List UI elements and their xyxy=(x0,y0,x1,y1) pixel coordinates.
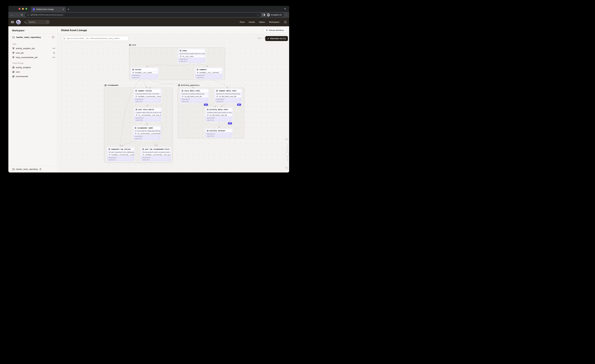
asset-stats: Materialized–Latest Run– xyxy=(180,97,208,103)
minimize-window-button[interactable] xyxy=(22,8,24,10)
materialized-row: Materialized– xyxy=(134,98,161,100)
materialize-all-button[interactable]: ✦ Materialize all (12) xyxy=(265,36,288,41)
jobs-list: activity_analytics_jobcore_jobstory_reco… xyxy=(8,46,57,60)
settings-gear-icon[interactable] xyxy=(284,21,287,23)
materialized-row: Materialized– xyxy=(215,98,241,100)
maximize-window-button[interactable] xyxy=(25,8,27,10)
asset-group-icon xyxy=(129,44,131,46)
asset-node-header: comment_stories xyxy=(134,89,161,92)
table-icon xyxy=(207,109,209,110)
materialized-value: – xyxy=(220,75,221,76)
lineage-edge-stories-to-comment_stories xyxy=(144,79,147,88)
asset-node-activity_forecast[interactable]: activity_forecastMaterialized–Latest Run… xyxy=(205,129,233,137)
url-host: 127.0.0.1 xyxy=(30,14,38,16)
asset-node-comments[interactable]: commentssnowflake__core__commentsMateria… xyxy=(195,68,222,79)
latest-run-value: – xyxy=(132,159,133,161)
job-name: core_job xyxy=(16,52,52,54)
tab-search-chevron-icon[interactable]: ▼ xyxy=(284,8,286,10)
nav-workspace[interactable]: Workspace xyxy=(269,21,279,23)
asset-node-story_daily_stats[interactable]: story_daily_statsSummary of posting acti… xyxy=(180,89,208,103)
latest-run-row: Latest Run– xyxy=(180,100,208,102)
site-info-icon[interactable]: i xyxy=(27,14,29,16)
reload-definitions-button[interactable]: Reload definitions xyxy=(264,28,286,33)
zoom-slider-handle[interactable] xyxy=(286,153,289,155)
table-icon xyxy=(207,130,209,132)
table-icon xyxy=(108,148,110,150)
asset-group-label-core: core xyxy=(129,44,136,46)
close-window-button[interactable] xyxy=(19,8,21,10)
asset-node-stories[interactable]: storiessnowflake__core__storiesMateriali… xyxy=(131,68,158,79)
asset-description: Combined stats about activity on each da… xyxy=(205,111,232,114)
asset-node-items[interactable]: itemsItems from the Hacker News API: eac… xyxy=(178,49,205,63)
sidebar-item-job-story_recommender_job[interactable]: story_recommender_job xyxy=(8,55,57,60)
search-placeholder: Search... xyxy=(29,21,45,23)
nav-runs[interactable]: Runs xyxy=(240,21,245,23)
sidebar-item-asset-group-activity_analytics[interactable]: activity_analytics xyxy=(8,65,57,70)
asset-graph-icon xyxy=(63,37,65,40)
op-key-icon xyxy=(197,72,199,73)
op-key-text: run_dbt_hacker_news_dbt xyxy=(184,96,202,97)
materialized-value: – xyxy=(239,98,240,100)
sidebar-item-asset-group-core[interactable]: core xyxy=(8,70,57,74)
lineage-edge-stories-to-story_daily_stats xyxy=(148,79,194,88)
global-search-input[interactable]: Search... / xyxy=(23,20,50,24)
op-key-icon xyxy=(135,96,137,97)
asset-subset-input[interactable]: Type an asset subset... (ex: s3/recommen… xyxy=(61,36,129,41)
dagster-logo-icon[interactable] xyxy=(16,20,21,24)
materialized-value: – xyxy=(159,98,160,100)
table-icon xyxy=(135,127,136,129)
tab-close-icon[interactable]: ✕ xyxy=(63,8,64,10)
materialized-row: Materialized– xyxy=(133,135,160,137)
forward-button[interactable]: → xyxy=(15,14,19,16)
op-key-icon xyxy=(142,154,144,155)
asset-node-recommender_model[interactable]: recommender_modelAn SVD model for collab… xyxy=(133,126,161,140)
op-key-text: snowflake__core__stories xyxy=(135,72,152,73)
asset-node-component_top_stories[interactable]: component_top_storiesFor each component … xyxy=(107,147,134,161)
latest-run-row: Latest Run– xyxy=(215,100,241,102)
incognito-icon xyxy=(267,14,270,16)
sidebar-repo-row[interactable]: hacker_news_repository 6 xyxy=(8,34,57,41)
window-controls xyxy=(19,8,27,10)
side-panel-icon[interactable] xyxy=(262,14,265,16)
asset-op-key: snowflake__core__comments xyxy=(195,71,222,74)
bookmark-star-icon[interactable]: ☆ xyxy=(257,14,259,16)
latest-run-value: – xyxy=(206,101,207,102)
nav-assets[interactable]: Assets xyxy=(249,21,255,23)
browser-tab[interactable]: Global Asset Lineage ✕ xyxy=(31,7,66,12)
reload-repo-icon[interactable] xyxy=(39,168,42,170)
sidebar-item-job-activity_analytics_job[interactable]: activity_analytics_job xyxy=(8,46,57,51)
reload-page-button[interactable]: ⟳ xyxy=(20,14,24,16)
address-bar[interactable]: i 127.0.0.1:3000/instance/asset-groups/ … xyxy=(25,13,261,17)
asset-description: Items from the Hacker News API: each is … xyxy=(178,52,205,55)
search-shortcut-key: / xyxy=(46,21,49,23)
menu-hamburger-icon[interactable] xyxy=(11,21,14,23)
materialized-value: – xyxy=(206,98,207,100)
sidebar-item-asset-group-recommender[interactable]: recommender xyxy=(8,74,57,79)
asset-node-user_story_matrix[interactable]: user_story_matrixA sparse matrix where t… xyxy=(134,108,161,122)
asset-name: recommender_model xyxy=(137,127,153,129)
new-tab-button[interactable]: + xyxy=(68,7,69,11)
asset-group-label-recommender: recommender xyxy=(105,84,119,86)
zoom-in-icon[interactable] xyxy=(285,138,288,142)
browser-toolbar: ← → ⟳ i 127.0.0.1:3000/instance/asset-gr… xyxy=(8,12,289,18)
lineage-canvas[interactable]: coreitemsItems from the Hacker News API:… xyxy=(58,34,289,172)
back-button[interactable]: ← xyxy=(10,14,14,16)
sidebar-item-job-core_job[interactable]: core_job xyxy=(8,51,57,55)
latest-run-value: – xyxy=(158,138,159,139)
asset-node-user_top_recommended_stories[interactable]: user_top_recommended_storiesThe top stor… xyxy=(141,147,171,161)
asset-node-comment_daily_stats[interactable]: comment_daily_statsSummary of comment ac… xyxy=(215,89,241,103)
asset-node-header: activity_daily_stats xyxy=(205,108,232,111)
table-icon xyxy=(182,90,183,92)
browser-menu-icon[interactable]: ⋮ xyxy=(285,14,287,16)
nav-status[interactable]: Status xyxy=(259,21,265,23)
dbt-badge[interactable]: dbt xyxy=(228,122,232,124)
dbt-badge[interactable]: dbt xyxy=(204,103,208,106)
op-key-icon xyxy=(216,96,218,97)
asset-node-comment_stories[interactable]: comment_storiesComments linked to their … xyxy=(134,89,161,103)
dagster-header: Search... / Runs Assets Status Workspace xyxy=(8,18,289,26)
dbt-badge[interactable]: dbt xyxy=(237,103,241,106)
job-icon xyxy=(12,52,14,54)
asset-op-key: s3__core__items xyxy=(178,55,205,57)
asset-node-activity_daily_stats[interactable]: activity_daily_statsCombined stats about… xyxy=(205,108,233,122)
zoom-out-icon[interactable] xyxy=(285,166,288,170)
